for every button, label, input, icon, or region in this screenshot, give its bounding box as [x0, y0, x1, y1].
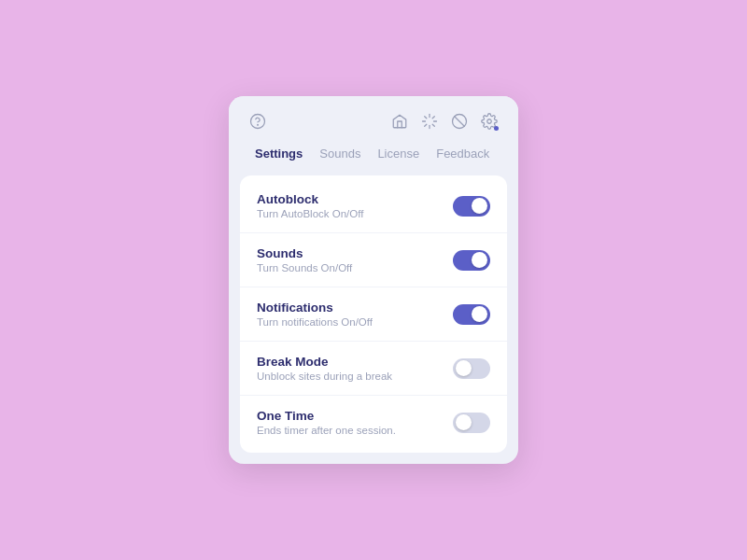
block-icon[interactable]: [449, 111, 470, 132]
help-icon[interactable]: [247, 111, 268, 132]
settings-card: Autoblock Turn AutoBlock On/Off Sounds T…: [240, 175, 507, 453]
svg-point-0: [251, 115, 265, 129]
tab-sounds[interactable]: Sounds: [312, 143, 368, 164]
svg-line-4: [425, 117, 427, 119]
header-left: [247, 111, 268, 132]
setting-desc-autoblock: Turn AutoBlock On/Off: [257, 208, 453, 219]
setting-row-break-mode: Break Mode Unblock sites during a break: [240, 342, 507, 396]
setting-desc-sounds: Turn Sounds On/Off: [257, 262, 453, 273]
toggle-autoblock[interactable]: [453, 196, 490, 217]
svg-line-8: [425, 124, 427, 126]
home-icon[interactable]: [389, 111, 410, 132]
setting-desc-notifications: Turn notifications On/Off: [257, 316, 453, 328]
toggle-break-mode[interactable]: [453, 358, 490, 379]
setting-info-one-time: One Time Ends timer after one session.: [257, 409, 453, 436]
setting-label-autoblock: Autoblock: [257, 192, 453, 206]
svg-line-5: [432, 124, 434, 126]
toggle-sounds[interactable]: [453, 250, 490, 271]
setting-info-sounds: Sounds Turn Sounds On/Off: [257, 246, 453, 273]
app-window: Settings Sounds License Feedback Autoblo…: [229, 96, 518, 464]
setting-info-break-mode: Break Mode Unblock sites during a break: [257, 355, 453, 382]
setting-desc-one-time: Ends timer after one session.: [257, 425, 453, 436]
header: [229, 96, 518, 139]
svg-line-11: [455, 117, 465, 127]
setting-row-one-time: One Time Ends timer after one session.: [240, 396, 507, 449]
tab-license[interactable]: License: [370, 143, 427, 164]
tab-settings[interactable]: Settings: [247, 143, 310, 164]
nav-tabs: Settings Sounds License Feedback: [229, 139, 518, 175]
setting-label-notifications: Notifications: [257, 301, 453, 315]
toggle-notifications[interactable]: [453, 304, 490, 325]
toggle-one-time[interactable]: [453, 413, 490, 433]
svg-point-12: [487, 119, 492, 124]
loader-icon[interactable]: [419, 111, 440, 132]
setting-desc-break-mode: Unblock sites during a break: [257, 371, 453, 382]
svg-point-1: [258, 124, 259, 125]
setting-row-notifications: Notifications Turn notifications On/Off: [240, 287, 507, 342]
svg-line-9: [432, 117, 434, 119]
tab-feedback[interactable]: Feedback: [429, 143, 497, 164]
setting-row-sounds: Sounds Turn Sounds On/Off: [240, 233, 507, 287]
setting-info-notifications: Notifications Turn notifications On/Off: [257, 301, 453, 328]
settings-icon[interactable]: [479, 111, 500, 132]
setting-label-one-time: One Time: [257, 409, 453, 423]
setting-label-break-mode: Break Mode: [257, 355, 453, 369]
setting-info-autoblock: Autoblock Turn AutoBlock On/Off: [257, 192, 453, 219]
header-icons: [389, 111, 500, 132]
setting-label-sounds: Sounds: [257, 246, 453, 260]
setting-row-autoblock: Autoblock Turn AutoBlock On/Off: [240, 179, 507, 233]
